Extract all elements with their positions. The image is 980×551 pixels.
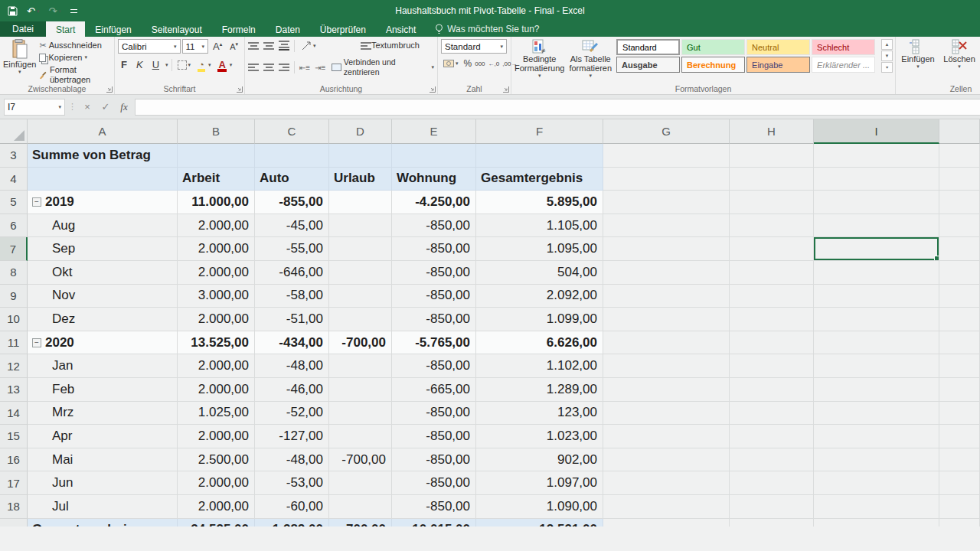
- cell-style-schlecht[interactable]: Schlecht: [812, 39, 875, 55]
- cell-G13[interactable]: [603, 378, 730, 402]
- gallery-more-icon[interactable]: ⯆: [881, 62, 893, 73]
- cell-E7[interactable]: -850,00: [392, 237, 476, 261]
- cell-D5[interactable]: [329, 191, 392, 214]
- cell-H19[interactable]: [730, 519, 814, 527]
- undo-button[interactable]: ↶▾: [27, 6, 39, 16]
- cell-A12[interactable]: Jan: [28, 354, 178, 378]
- cell-I11[interactable]: [814, 331, 939, 355]
- cell-A17[interactable]: Jun: [28, 471, 178, 495]
- cell-D16[interactable]: -700,00: [329, 448, 392, 472]
- cell-C18[interactable]: -60,00: [255, 495, 329, 519]
- column-header-I[interactable]: I: [814, 119, 939, 144]
- cell-A14[interactable]: Mrz: [28, 402, 178, 425]
- dialog-launcher-icon[interactable]: [503, 86, 509, 93]
- cell-A18[interactable]: Jul: [28, 495, 178, 519]
- cell-H15[interactable]: [730, 425, 814, 448]
- column-header-D[interactable]: D: [329, 119, 392, 144]
- cell-E13[interactable]: -665,00: [392, 378, 476, 402]
- cell-style-standard[interactable]: Standard: [616, 39, 680, 55]
- row-header-17[interactable]: 17: [0, 471, 28, 495]
- customize-qat-button[interactable]: [70, 9, 77, 13]
- align-bottom-icon[interactable]: [279, 41, 289, 51]
- cell-D13[interactable]: [329, 378, 392, 402]
- row-header-11[interactable]: 11: [0, 331, 28, 355]
- cell-B14[interactable]: 1.025,00: [178, 402, 255, 425]
- cell-I5[interactable]: [814, 191, 939, 214]
- cell-I3[interactable]: [814, 144, 939, 168]
- cell-G11[interactable]: [603, 331, 730, 355]
- cell-I6[interactable]: [814, 214, 939, 238]
- cell-I12[interactable]: [814, 354, 939, 378]
- cell-I9[interactable]: [814, 285, 939, 308]
- merge-center-button[interactable]: Verbinden und zentrieren ▾: [332, 57, 434, 77]
- row-header-10[interactable]: 10: [0, 308, 28, 331]
- cell-F3[interactable]: [476, 144, 603, 168]
- cell-I14[interactable]: [814, 402, 939, 425]
- cell-F8[interactable]: 504,00: [476, 261, 603, 285]
- cell-I8[interactable]: [814, 261, 939, 285]
- cell-B10[interactable]: 2.000,00: [178, 308, 255, 331]
- cell-D17[interactable]: [329, 471, 392, 495]
- cell-C15[interactable]: -127,00: [255, 425, 329, 448]
- cell-C19[interactable]: -1.289,00: [255, 519, 329, 527]
- font-size-select[interactable]: 11▾: [182, 39, 208, 54]
- name-box[interactable]: I7 ▾: [4, 99, 65, 116]
- cell-G17[interactable]: [603, 471, 730, 495]
- row-header-3[interactable]: 3: [0, 144, 28, 168]
- cell-H11[interactable]: [730, 331, 814, 355]
- cell-G4[interactable]: [603, 168, 730, 191]
- formula-input[interactable]: [135, 99, 980, 116]
- cell-C8[interactable]: -646,00: [255, 261, 329, 285]
- cell-H3[interactable]: [730, 144, 814, 168]
- cell-D19[interactable]: -700,00: [329, 519, 392, 527]
- cell-F10[interactable]: 1.099,00: [476, 308, 603, 331]
- cell-E12[interactable]: -850,00: [392, 354, 476, 378]
- column-header-partial[interactable]: [939, 119, 980, 144]
- cell-A10[interactable]: Dez: [28, 308, 178, 331]
- cell-D11[interactable]: -700,00: [329, 331, 392, 355]
- row-header-5[interactable]: 5: [0, 191, 28, 214]
- cell-E9[interactable]: -850,00: [392, 285, 476, 308]
- cell-A8[interactable]: Okt: [28, 261, 178, 285]
- format-as-table-button[interactable]: Als Tabelle formatieren ▾: [569, 39, 612, 79]
- cell-style-erklärender-[interactable]: Erklärender ...: [812, 57, 875, 73]
- tell-me-box[interactable]: Was möchten Sie tun?: [426, 21, 548, 37]
- cell-F15[interactable]: 1.023,00: [476, 425, 603, 448]
- comma-style-button[interactable]: 000: [475, 60, 485, 67]
- cell-B6[interactable]: 2.000,00: [178, 214, 255, 238]
- align-center-icon[interactable]: [263, 64, 274, 71]
- cell-E5[interactable]: -4.250,00: [392, 191, 476, 214]
- cell-J4[interactable]: [939, 168, 980, 191]
- cell-J7[interactable]: [939, 237, 980, 261]
- orientation-button[interactable]: ▾: [299, 39, 318, 52]
- cell-F12[interactable]: 1.102,00: [476, 354, 603, 378]
- cell-D12[interactable]: [329, 354, 392, 378]
- cell-A19[interactable]: Gesamtergebnis: [28, 519, 178, 527]
- cell-E11[interactable]: -5.765,00: [392, 331, 476, 355]
- cell-C6[interactable]: -45,00: [255, 214, 329, 238]
- cell-C4[interactable]: Auto: [255, 168, 329, 191]
- cancel-button[interactable]: ×: [80, 101, 95, 112]
- cell-H7[interactable]: [730, 237, 814, 261]
- cell-I19[interactable]: [814, 519, 939, 527]
- row-header-19[interactable]: 19: [0, 519, 28, 527]
- cell-A11[interactable]: −2020: [28, 331, 178, 355]
- bold-button[interactable]: F: [118, 59, 130, 70]
- format-painter-button[interactable]: Format übertragen: [39, 65, 111, 86]
- cell-B18[interactable]: 2.000,00: [178, 495, 255, 519]
- cell-G19[interactable]: [603, 519, 730, 527]
- cell-F17[interactable]: 1.097,00: [476, 471, 603, 495]
- tab-formeln[interactable]: Formeln: [212, 21, 266, 37]
- cell-A15[interactable]: Apr: [28, 425, 178, 448]
- italic-button[interactable]: K: [133, 59, 146, 70]
- redo-button[interactable]: ↷▾: [48, 6, 60, 16]
- increase-indent-icon[interactable]: ⇥≡: [315, 64, 325, 72]
- cell-E15[interactable]: -850,00: [392, 425, 476, 448]
- cell-I18[interactable]: [814, 495, 939, 519]
- cell-J3[interactable]: [939, 144, 980, 168]
- cell-F7[interactable]: 1.095,00: [476, 237, 603, 261]
- cell-H4[interactable]: [730, 168, 814, 191]
- cell-G5[interactable]: [603, 191, 730, 214]
- collapse-outline-button[interactable]: −: [32, 338, 41, 347]
- cell-E8[interactable]: -850,00: [392, 261, 476, 285]
